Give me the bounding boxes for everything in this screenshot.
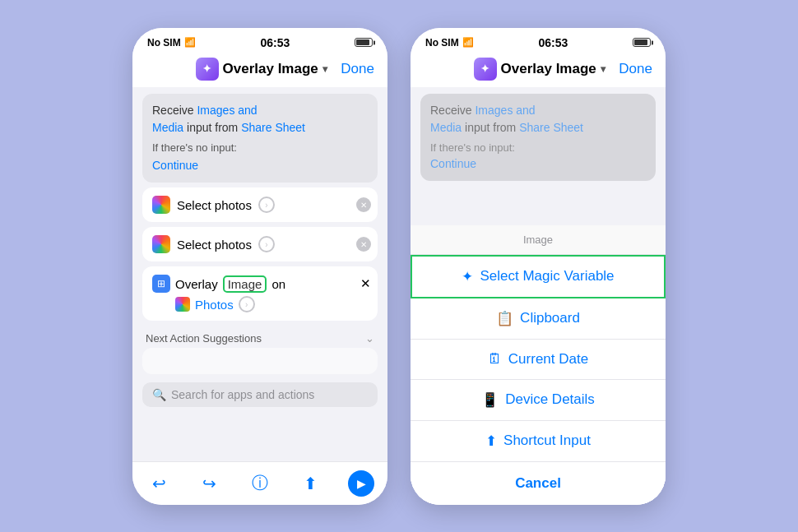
popup-item-device-details[interactable]: 📱 Device Details bbox=[411, 380, 666, 421]
overlay-card[interactable]: ⊞ Overlay Image on ✕ Photos › bbox=[142, 266, 378, 321]
wifi-icon-left: 📶 bbox=[184, 37, 196, 48]
nav-bar-right: ✦ Overlay Image ▾ Done bbox=[411, 54, 666, 87]
carrier-right: No SIM bbox=[425, 37, 459, 49]
phones-container: No SIM 📶 06:53 ✦ Overlay Image ▾ Done bbox=[132, 28, 666, 505]
bottom-toolbar-left: ↩ ↪ ⓘ ⬆ ▶ bbox=[132, 461, 387, 505]
search-icon-left: 🔍 bbox=[152, 388, 166, 401]
current-date-label: Current Date bbox=[508, 351, 588, 368]
chevron-icon-right: ▾ bbox=[601, 63, 605, 75]
suggestion-card-partial bbox=[142, 348, 378, 374]
app-icon-right: ✦ bbox=[474, 58, 497, 81]
remove-card-1[interactable]: ✕ bbox=[356, 197, 371, 212]
popup-item-clipboard[interactable]: 📋 Clipboard bbox=[411, 298, 666, 340]
nav-title-right: ✦ Overlay Image ▾ bbox=[474, 58, 605, 81]
nav-bar-left: ✦ Overlay Image ▾ Done bbox=[132, 54, 387, 87]
battery-right bbox=[633, 38, 651, 47]
remove-overlay-card[interactable]: ✕ bbox=[360, 276, 371, 291]
popup-item-current-date[interactable]: 🗓 Current Date bbox=[411, 340, 666, 380]
popup-overlay: Image ✦ Select Magic Variable 📋 Clipboar… bbox=[411, 87, 666, 505]
arrow-circle-1[interactable]: › bbox=[258, 197, 275, 213]
battery-left bbox=[355, 38, 373, 47]
phone-right: No SIM 📶 06:53 ✦ Overlay Image ▾ Done bbox=[411, 28, 666, 505]
popup-section-label: Image bbox=[411, 225, 666, 255]
popup-item-magic[interactable]: ✦ Select Magic Variable bbox=[411, 255, 666, 298]
popup-item-shortcut-input[interactable]: ⬆ Shortcut Input bbox=[411, 421, 666, 462]
share-button[interactable]: ⬆ bbox=[298, 470, 324, 497]
suggestions-label: Next Action Suggestions bbox=[146, 332, 262, 345]
image-highlight: Image bbox=[223, 275, 267, 293]
select-photos-label-2: Select photos bbox=[177, 238, 252, 252]
status-bar-right: No SIM 📶 06:53 bbox=[411, 28, 666, 54]
overlay-text: Overlay bbox=[175, 277, 218, 291]
phone-left: No SIM 📶 06:53 ✦ Overlay Image ▾ Done bbox=[132, 28, 387, 505]
run-button[interactable]: ▶ bbox=[348, 470, 374, 497]
receive-block-left: Receive Images andMedia input from Share… bbox=[142, 94, 378, 183]
select-photos-card-2[interactable]: Select photos › ✕ bbox=[142, 227, 378, 261]
popup-cancel-button[interactable]: Cancel bbox=[411, 462, 666, 505]
photos-icon-2 bbox=[152, 235, 170, 253]
info-button[interactable]: ⓘ bbox=[247, 470, 273, 497]
arrow-circle-2[interactable]: › bbox=[258, 236, 275, 252]
time-right: 06:53 bbox=[538, 36, 568, 49]
photos-icon-3 bbox=[175, 297, 190, 312]
select-photos-card-1[interactable]: Select photos › ✕ bbox=[142, 187, 378, 222]
arrow-circle-3[interactable]: › bbox=[239, 296, 255, 312]
search-placeholder-left: Search for apps and actions bbox=[171, 388, 314, 401]
app-icon-left: ✦ bbox=[196, 58, 219, 81]
clipboard-icon: 📋 bbox=[496, 310, 513, 327]
status-bar-left: No SIM 📶 06:53 bbox=[132, 28, 387, 54]
chevron-icon-left: ▾ bbox=[322, 63, 327, 75]
carrier-left: No SIM bbox=[147, 37, 181, 49]
time-left: 06:53 bbox=[260, 36, 290, 49]
clipboard-label: Clipboard bbox=[520, 310, 580, 326]
photos-text: Photos bbox=[195, 298, 234, 312]
remove-card-2[interactable]: ✕ bbox=[356, 237, 371, 252]
suggestions-header: Next Action Suggestions ⌄ bbox=[132, 326, 387, 348]
select-photos-label-1: Select photos bbox=[177, 198, 252, 212]
wifi-icon-right: 📶 bbox=[462, 37, 474, 48]
shortcut-icon: ⬆ bbox=[485, 433, 497, 450]
receive-label: Receive bbox=[152, 104, 197, 117]
content-right: Receive Images andMedia input from Share… bbox=[411, 87, 666, 505]
overlay-icon: ⊞ bbox=[152, 275, 170, 293]
search-bar-left[interactable]: 🔍 Search for apps and actions bbox=[142, 382, 378, 407]
redo-button[interactable]: ↪ bbox=[197, 470, 223, 497]
magic-icon: ✦ bbox=[462, 268, 473, 285]
suggestions-chevron-icon[interactable]: ⌄ bbox=[365, 332, 374, 345]
content-left: Receive Images andMedia input from Share… bbox=[132, 87, 387, 461]
cancel-label: Cancel bbox=[515, 475, 561, 492]
nav-title-left: ✦ Overlay Image ▾ bbox=[196, 58, 327, 81]
device-icon: 📱 bbox=[481, 391, 499, 409]
done-button-right[interactable]: Done bbox=[619, 61, 652, 77]
photos-icon-1 bbox=[152, 196, 170, 214]
done-button-left[interactable]: Done bbox=[341, 61, 374, 77]
undo-button[interactable]: ↩ bbox=[146, 470, 172, 497]
calendar-icon: 🗓 bbox=[488, 351, 502, 368]
popup-menu: Image ✦ Select Magic Variable 📋 Clipboar… bbox=[411, 225, 666, 505]
shortcut-input-label: Shortcut Input bbox=[503, 433, 591, 449]
magic-label: Select Magic Variable bbox=[480, 268, 614, 285]
device-details-label: Device Details bbox=[505, 391, 595, 408]
